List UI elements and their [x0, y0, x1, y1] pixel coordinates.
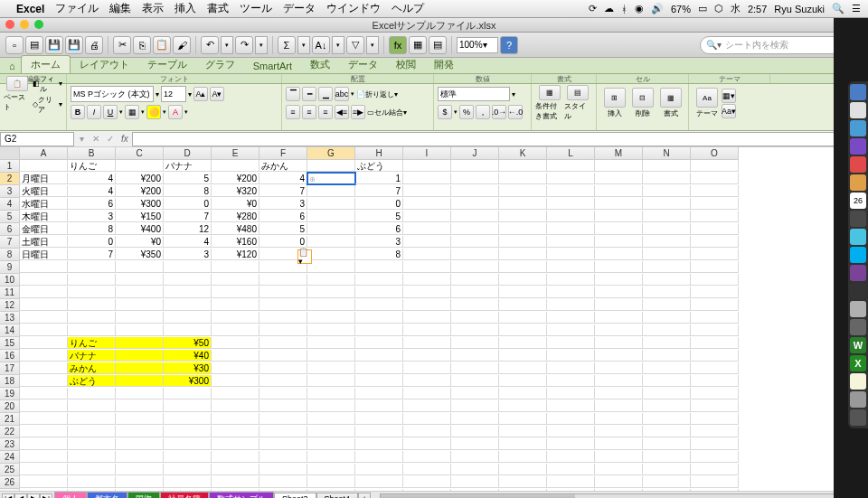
- cell-O26[interactable]: [691, 476, 739, 488]
- undo-dropdown[interactable]: ▾: [221, 36, 233, 54]
- cell-H13[interactable]: [355, 312, 403, 324]
- menu-help[interactable]: ヘルプ: [392, 1, 424, 16]
- cell-L1[interactable]: [547, 160, 595, 172]
- formula-input[interactable]: [132, 132, 866, 146]
- cell-M17[interactable]: [595, 362, 643, 374]
- cell-E24[interactable]: [212, 451, 259, 463]
- redo-button[interactable]: ↷: [235, 36, 253, 54]
- cell-O21[interactable]: [691, 413, 739, 425]
- cell-F22[interactable]: [259, 426, 307, 437]
- cell-I2[interactable]: [403, 173, 451, 184]
- cell-I11[interactable]: [403, 287, 451, 298]
- cell-M3[interactable]: [595, 185, 643, 197]
- cell-C15[interactable]: [116, 337, 164, 349]
- cell-B26[interactable]: [68, 476, 116, 488]
- cell-I1[interactable]: [403, 160, 451, 172]
- cell-D6[interactable]: 12: [164, 223, 212, 235]
- cell-H16[interactable]: [355, 350, 403, 362]
- cell-B15[interactable]: りんご: [68, 337, 116, 349]
- dock-icon[interactable]: [850, 211, 866, 227]
- cell-I9[interactable]: [403, 261, 451, 273]
- cell-G1[interactable]: [307, 160, 355, 172]
- cancel-formula-button[interactable]: ✕: [89, 132, 103, 146]
- col-header-D[interactable]: D: [164, 147, 212, 160]
- bluetooth-icon[interactable]: ᚼ: [621, 4, 627, 14]
- cell-G21[interactable]: [307, 413, 355, 425]
- cell-I14[interactable]: [403, 324, 451, 336]
- cell-O4[interactable]: [691, 198, 739, 210]
- sort-button[interactable]: A↓: [312, 36, 330, 54]
- cell-O7[interactable]: [691, 236, 739, 248]
- fx-label[interactable]: fx: [118, 134, 132, 144]
- cell-O19[interactable]: [691, 388, 739, 399]
- cell-J18[interactable]: [451, 375, 499, 387]
- cell-F14[interactable]: [259, 324, 307, 336]
- battery-pct[interactable]: 67%: [671, 4, 691, 14]
- cell-N23[interactable]: [643, 438, 691, 450]
- sheet-nav-first[interactable]: |◀: [2, 493, 14, 499]
- clock-day[interactable]: 水: [731, 2, 741, 15]
- cell-N16[interactable]: [643, 350, 691, 362]
- cell-L10[interactable]: [547, 274, 595, 286]
- cell-O5[interactable]: [691, 211, 739, 222]
- cell-J2[interactable]: [451, 173, 499, 184]
- cell-O16[interactable]: [691, 350, 739, 362]
- cell-O8[interactable]: [691, 249, 739, 260]
- cell-F18[interactable]: [259, 375, 307, 387]
- row-header-23[interactable]: 23: [0, 438, 20, 451]
- tab-smartart[interactable]: SmartArt: [244, 59, 301, 73]
- cell-F19[interactable]: [259, 388, 307, 399]
- cell-O23[interactable]: [691, 438, 739, 450]
- menu-file[interactable]: ファイル: [55, 1, 99, 16]
- sheet-tab[interactable]: 国旗: [127, 492, 160, 499]
- cell-G26[interactable]: [307, 476, 355, 488]
- align-bottom-button[interactable]: ▁: [318, 87, 333, 101]
- row-header-20[interactable]: 20: [0, 400, 20, 413]
- cell-I24[interactable]: [403, 451, 451, 463]
- cell-N17[interactable]: [643, 362, 691, 374]
- name-box[interactable]: G2: [0, 132, 74, 146]
- cell-H25[interactable]: [355, 464, 403, 475]
- cell-K12[interactable]: [499, 299, 547, 311]
- cell-L11[interactable]: [547, 287, 595, 298]
- cell-N11[interactable]: [643, 287, 691, 298]
- percent-button[interactable]: %: [459, 105, 474, 119]
- cell-J16[interactable]: [451, 350, 499, 362]
- cell-J15[interactable]: [451, 337, 499, 349]
- decrease-font-button[interactable]: A▾: [210, 87, 224, 101]
- cell-N21[interactable]: [643, 413, 691, 425]
- row-header-16[interactable]: 16: [0, 350, 20, 362]
- cell-J21[interactable]: [451, 413, 499, 425]
- menu-insert[interactable]: 挿入: [175, 1, 196, 16]
- cell-B23[interactable]: [68, 438, 116, 450]
- cell-J17[interactable]: [451, 362, 499, 374]
- help-button[interactable]: ?: [500, 36, 518, 54]
- cell-K17[interactable]: [499, 362, 547, 374]
- cell-L7[interactable]: [547, 236, 595, 248]
- cell-L24[interactable]: [547, 451, 595, 463]
- cell-I7[interactable]: [403, 236, 451, 248]
- sync-icon[interactable]: ⟳: [589, 3, 597, 14]
- cell-J6[interactable]: [451, 223, 499, 235]
- cell-G12[interactable]: [307, 299, 355, 311]
- col-header-L[interactable]: L: [547, 147, 595, 160]
- cell-M20[interactable]: [595, 400, 643, 412]
- conditional-format-button[interactable]: ▦条件付き書式: [535, 85, 564, 121]
- cell-K24[interactable]: [499, 451, 547, 463]
- cell-G4[interactable]: [307, 198, 355, 210]
- cell-H23[interactable]: [355, 438, 403, 450]
- cell-L6[interactable]: [547, 223, 595, 235]
- cell-M25[interactable]: [595, 464, 643, 475]
- sheet-tab[interactable]: Sheet4: [316, 493, 359, 498]
- cell-N1[interactable]: [643, 160, 691, 172]
- cell-L16[interactable]: [547, 350, 595, 362]
- cell-E1[interactable]: [212, 160, 259, 172]
- cell-A26[interactable]: [20, 476, 68, 488]
- cell-D18[interactable]: ¥300: [164, 375, 212, 387]
- cell-H22[interactable]: [355, 426, 403, 437]
- cell-J20[interactable]: [451, 400, 499, 412]
- cell-D19[interactable]: [164, 388, 212, 399]
- cell-O20[interactable]: [691, 400, 739, 412]
- cell-O9[interactable]: [691, 261, 739, 273]
- cell-I18[interactable]: [403, 375, 451, 387]
